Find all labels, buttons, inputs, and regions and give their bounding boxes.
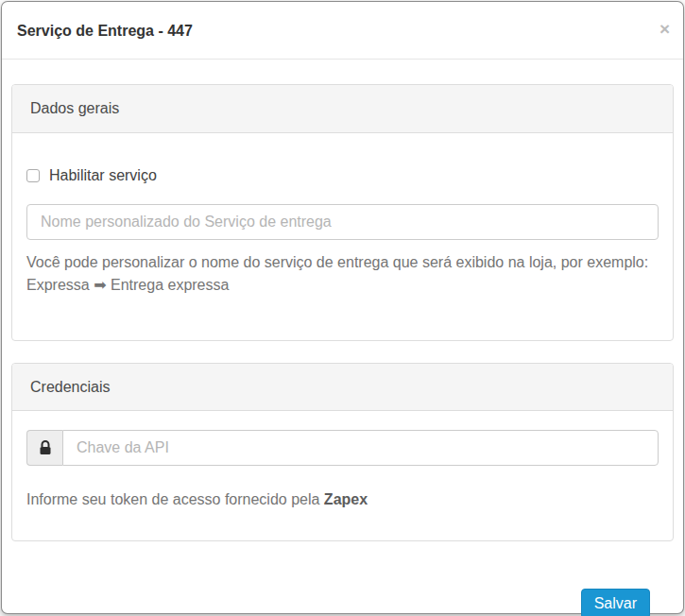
api-key-help-brand: Zapex bbox=[324, 491, 368, 507]
modal-body: Dados gerais Habilitar serviço Você pode… bbox=[2, 60, 683, 616]
enable-service-checkbox[interactable] bbox=[26, 169, 40, 182]
page-title: Serviço de Entrega - 447 bbox=[17, 22, 668, 40]
close-icon[interactable]: × bbox=[659, 20, 670, 38]
api-key-input[interactable] bbox=[62, 430, 659, 466]
modal-header: Serviço de Entrega - 447 × bbox=[2, 2, 683, 60]
general-panel-body: Habilitar serviço Você pode personalizar… bbox=[12, 133, 673, 340]
panel-heading-credentials: Credenciais bbox=[12, 364, 673, 412]
modal-footer: Salvar bbox=[11, 563, 674, 616]
enable-service-label: Habilitar serviço bbox=[49, 167, 157, 184]
panel-heading-general: Dados gerais bbox=[12, 85, 673, 133]
custom-name-help: Você pode personalizar o nome do serviço… bbox=[26, 251, 659, 297]
api-key-help: Informe seu token de acesso fornecido pe… bbox=[26, 488, 659, 511]
lock-icon bbox=[26, 430, 62, 466]
api-key-help-text: Informe seu token de acesso fornecido pe… bbox=[26, 491, 324, 507]
enable-service-row[interactable]: Habilitar serviço bbox=[26, 166, 659, 185]
credentials-panel-body: Informe seu token de acesso fornecido pe… bbox=[12, 411, 673, 540]
custom-name-input[interactable] bbox=[26, 204, 659, 240]
general-data-panel: Dados gerais Habilitar serviço Você pode… bbox=[11, 84, 674, 341]
save-button[interactable]: Salvar bbox=[581, 589, 650, 616]
credentials-panel: Credenciais Informe seu token de acesso … bbox=[11, 363, 674, 542]
api-key-group bbox=[26, 430, 659, 466]
delivery-service-modal: Serviço de Entrega - 447 × Dados gerais … bbox=[1, 1, 684, 614]
